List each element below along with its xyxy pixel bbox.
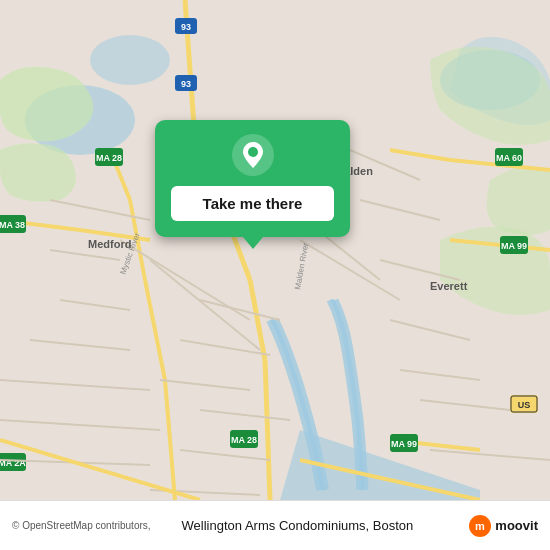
svg-text:MA 99: MA 99 <box>501 241 527 251</box>
moovit-logo-text: moovit <box>495 518 538 533</box>
svg-text:MA 28: MA 28 <box>231 435 257 445</box>
svg-point-2 <box>90 35 170 85</box>
svg-text:Medford: Medford <box>88 238 131 250</box>
svg-text:US: US <box>518 400 531 410</box>
moovit-logo-icon: m <box>469 515 491 537</box>
take-me-there-button[interactable]: Take me there <box>171 186 334 221</box>
location-name: Wellington Arms Condominiums, Boston <box>182 518 414 533</box>
map-svg: 93 93 MA 28 MA 28 MA 38 MA 60 MA 99 MA <box>0 0 550 500</box>
location-pin-icon <box>232 134 274 176</box>
svg-text:MA 99: MA 99 <box>391 439 417 449</box>
copyright-text: © OpenStreetMap contributors, <box>12 520 151 531</box>
svg-point-73 <box>248 147 258 157</box>
bottom-bar: © OpenStreetMap contributors, Wellington… <box>0 500 550 550</box>
svg-text:93: 93 <box>181 22 191 32</box>
svg-text:MA 28: MA 28 <box>96 153 122 163</box>
map-container: 93 93 MA 28 MA 28 MA 38 MA 60 MA 99 MA <box>0 0 550 500</box>
popup-card: Take me there <box>155 120 350 237</box>
svg-text:MA 38: MA 38 <box>0 220 25 230</box>
svg-text:MA 60: MA 60 <box>496 153 522 163</box>
svg-text:m: m <box>475 519 485 531</box>
moovit-logo: m moovit <box>469 515 538 537</box>
svg-text:Everett: Everett <box>430 280 468 292</box>
svg-text:93: 93 <box>181 79 191 89</box>
